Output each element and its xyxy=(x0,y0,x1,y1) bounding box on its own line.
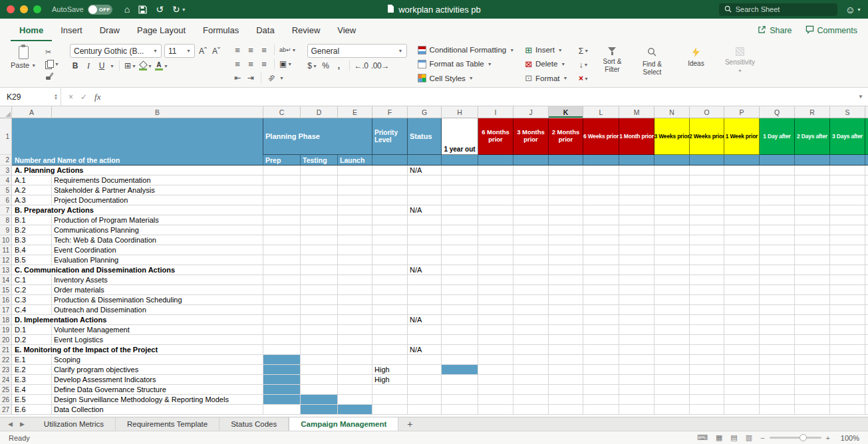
cell-I15[interactable] xyxy=(478,285,513,295)
cell-K7[interactable] xyxy=(549,205,583,215)
cell-Q20[interactable] xyxy=(760,335,795,345)
cell-K4[interactable] xyxy=(549,175,583,185)
cell-K18[interactable] xyxy=(549,315,583,325)
cell-L2[interactable] xyxy=(583,155,619,166)
decrease-font-size-button[interactable]: Aˇ xyxy=(211,45,221,57)
cell-A23[interactable]: E.2 xyxy=(12,365,52,375)
cell-D3[interactable] xyxy=(301,166,338,175)
cell-A16[interactable]: C.3 xyxy=(12,295,52,305)
cell-S17[interactable] xyxy=(830,305,865,315)
cell-E23[interactable] xyxy=(338,365,372,375)
cell-D14[interactable] xyxy=(301,275,338,285)
row-header-17[interactable]: 17 xyxy=(0,305,12,315)
header-cell-R[interactable]: 2 Days after xyxy=(795,118,830,155)
cell-H25[interactable] xyxy=(442,385,478,395)
cell-N24[interactable] xyxy=(654,375,690,385)
cell-N7[interactable] xyxy=(654,205,690,215)
cell-C20[interactable] xyxy=(263,335,301,345)
cell-S8[interactable] xyxy=(830,215,865,225)
row-header-22[interactable]: 22 xyxy=(0,355,12,365)
cell-B24[interactable]: Develop Assessment Indicators xyxy=(52,375,263,385)
underline-button[interactable]: U xyxy=(96,60,107,72)
align-left-button[interactable]: ≡ xyxy=(232,58,243,70)
cell-N16[interactable] xyxy=(654,295,690,305)
cell-I9[interactable] xyxy=(478,225,513,235)
cell-G21[interactable]: N/A xyxy=(408,345,442,355)
row-header-19[interactable]: 19 xyxy=(0,325,12,335)
cell-N21[interactable] xyxy=(654,345,690,355)
cell-G10[interactable] xyxy=(408,235,442,245)
cell-J19[interactable] xyxy=(513,325,549,335)
cell-L21[interactable] xyxy=(583,345,619,355)
close-window-button[interactable] xyxy=(7,5,15,13)
cell-R17[interactable] xyxy=(795,305,830,315)
cell-Q17[interactable] xyxy=(760,305,795,315)
cell-J14[interactable] xyxy=(513,275,549,285)
fill-color-button[interactable]: ▼ xyxy=(139,60,152,72)
cell-Q7[interactable] xyxy=(760,205,795,215)
cell-G27[interactable] xyxy=(408,405,442,415)
cell-A24[interactable]: E.3 xyxy=(12,375,52,385)
cell-S19[interactable] xyxy=(830,325,865,335)
cell-L18[interactable] xyxy=(583,315,619,325)
find-select-button[interactable]: Find & Select xyxy=(635,44,668,84)
cell-D6[interactable] xyxy=(301,195,338,205)
cell-S23[interactable] xyxy=(830,365,865,375)
cell-O6[interactable] xyxy=(690,195,724,205)
merge-center-button[interactable]: ▣▼ xyxy=(279,58,292,70)
cell-M6[interactable] xyxy=(619,195,654,205)
header-cell-O[interactable]: 2 Weeks prior xyxy=(690,118,724,155)
cell-F14[interactable] xyxy=(372,275,408,285)
align-right-button[interactable]: ≡ xyxy=(259,58,269,70)
cell-K27[interactable] xyxy=(549,405,583,415)
cell-P27[interactable] xyxy=(724,405,760,415)
cell-D25[interactable] xyxy=(301,385,338,395)
ribbon-tab-draw[interactable]: Draw xyxy=(91,20,128,41)
column-header-K[interactable]: K xyxy=(549,106,583,118)
cell-D26[interactable] xyxy=(301,395,338,405)
cell-I16[interactable] xyxy=(478,295,513,305)
cell-L4[interactable] xyxy=(583,175,619,185)
column-header-H[interactable]: H xyxy=(442,106,478,118)
cell-M8[interactable] xyxy=(619,215,654,225)
cell-A7[interactable]: B. Preparatory Actions xyxy=(12,205,263,215)
cell-Q21[interactable] xyxy=(760,345,795,355)
cell-J3[interactable] xyxy=(513,166,549,175)
cell-E18[interactable] xyxy=(338,315,372,325)
cell-Q25[interactable] xyxy=(760,385,795,395)
insert-cells-button[interactable]: ⊞ Insert▼ xyxy=(525,44,567,56)
cell-M3[interactable] xyxy=(619,166,654,175)
cell-P23[interactable] xyxy=(724,365,760,375)
format-cells-button[interactable]: ⊡ Format▼ xyxy=(525,72,567,84)
cell-C19[interactable] xyxy=(263,325,301,335)
cell-R20[interactable] xyxy=(795,335,830,345)
cell-Q4[interactable] xyxy=(760,175,795,185)
cell-M5[interactable] xyxy=(619,185,654,195)
cell-F16[interactable] xyxy=(372,295,408,305)
cell-F8[interactable] xyxy=(372,215,408,225)
cell-O24[interactable] xyxy=(690,375,724,385)
cell-P20[interactable] xyxy=(724,335,760,345)
ribbon-tab-view[interactable]: View xyxy=(329,20,364,41)
conditional-formatting-button[interactable]: Conditional Formatting▼ xyxy=(418,44,515,56)
cell-N23[interactable] xyxy=(654,365,690,375)
cell-C5[interactable] xyxy=(263,185,301,195)
column-header-P[interactable]: P xyxy=(724,106,760,118)
cell-O17[interactable] xyxy=(690,305,724,315)
cell-A22[interactable]: E.1 xyxy=(12,355,52,365)
cell-F6[interactable] xyxy=(372,195,408,205)
cell-O10[interactable] xyxy=(690,235,724,245)
clear-button[interactable]: ×▼ xyxy=(578,72,589,84)
cell-N17[interactable] xyxy=(654,305,690,315)
cell-O23[interactable] xyxy=(690,365,724,375)
cell-O20[interactable] xyxy=(690,335,724,345)
cell-E11[interactable] xyxy=(338,245,372,255)
cell-J21[interactable] xyxy=(513,345,549,355)
cell-B25[interactable]: Define Data Governance Structure xyxy=(52,385,263,395)
row-header-9[interactable]: 9 xyxy=(0,225,12,235)
cell-F23[interactable]: High xyxy=(372,365,408,375)
cell-H14[interactable] xyxy=(442,275,478,285)
cell-H3[interactable] xyxy=(442,166,478,175)
cell-Q9[interactable] xyxy=(760,225,795,235)
row-header-21[interactable]: 21 xyxy=(0,345,12,355)
